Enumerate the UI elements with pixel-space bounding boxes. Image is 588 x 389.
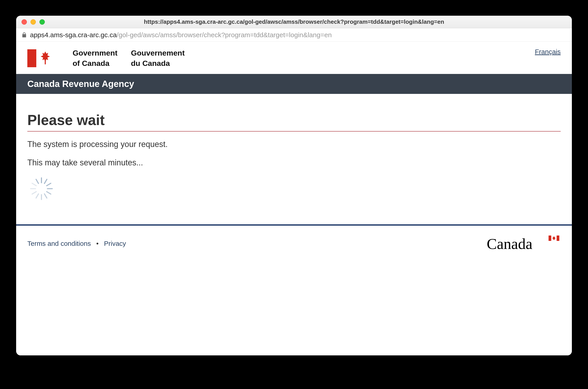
svg-line-12 <box>32 192 36 194</box>
agency-name: Canada Revenue Agency <box>27 79 134 89</box>
svg-line-8 <box>47 192 51 194</box>
address-host: apps4.ams-sga.cra-arc.gc.ca <box>30 31 117 38</box>
gov-fr-line1: Gouvernement <box>131 48 185 58</box>
footer: Terms and conditions • Privacy Canada <box>16 226 572 297</box>
gov-french: Gouvernement du Canada <box>131 48 185 68</box>
svg-text:Canada: Canada <box>487 235 532 252</box>
gov-header: Government of Canada Gouvernement du Can… <box>16 42 572 74</box>
gov-english: Government of Canada <box>73 48 117 68</box>
address-bar[interactable]: apps4.ams-sga.cra-arc.gc.ca/gol-ged/awsc… <box>16 28 572 42</box>
gov-fr-line2: du Canada <box>131 58 185 68</box>
svg-rect-2 <box>54 49 63 67</box>
language-toggle-link[interactable]: Français <box>535 48 561 56</box>
gov-en-line1: Government <box>73 48 117 58</box>
government-logo: Government of Canada Gouvernement du Can… <box>27 48 185 68</box>
lock-icon <box>22 32 27 38</box>
processing-text: The system is processing your request. <box>27 140 561 149</box>
svg-rect-3 <box>45 59 46 64</box>
window-title: https://apps4.ams-sga.cra-arc.gc.ca/gol-… <box>144 18 444 25</box>
privacy-link[interactable]: Privacy <box>104 240 126 247</box>
footer-links: Terms and conditions • Privacy <box>27 240 126 247</box>
page-title: Please wait <box>27 112 561 129</box>
svg-rect-19 <box>557 235 559 241</box>
maximize-window-button[interactable] <box>39 19 45 25</box>
svg-line-11 <box>36 194 38 198</box>
close-window-button[interactable] <box>22 19 27 25</box>
traffic-lights <box>22 19 45 25</box>
svg-line-5 <box>44 179 47 184</box>
address-path: /gol-ged/awsc/amss/browser/check?program… <box>117 31 332 38</box>
svg-line-6 <box>47 183 51 186</box>
wait-text: This may take several minutes... <box>27 158 561 167</box>
svg-line-15 <box>36 179 38 184</box>
address-text: apps4.ams-sga.cra-arc.gc.ca/gol-ged/awsc… <box>30 31 332 39</box>
title-bar: https://apps4.ams-sga.cra-arc.gc.ca/gol-… <box>16 16 572 28</box>
agency-bar: Canada Revenue Agency <box>16 74 572 94</box>
svg-rect-0 <box>27 49 36 67</box>
main-content: Please wait The system is processing you… <box>16 94 572 224</box>
svg-line-14 <box>32 183 36 186</box>
page-content: Government of Canada Gouvernement du Can… <box>16 42 572 356</box>
svg-rect-17 <box>549 235 551 241</box>
canada-flag-icon <box>27 49 63 67</box>
browser-window: https://apps4.ams-sga.cra-arc.gc.ca/gol-… <box>16 16 572 356</box>
loading-spinner-icon <box>29 176 561 202</box>
svg-line-9 <box>44 194 47 198</box>
government-text: Government of Canada Gouvernement du Can… <box>73 48 185 68</box>
terms-link[interactable]: Terms and conditions <box>27 240 91 247</box>
canada-wordmark-icon: Canada <box>487 235 561 253</box>
footer-bullet: • <box>96 240 98 247</box>
title-underline <box>27 131 561 131</box>
minimize-window-button[interactable] <box>31 19 36 25</box>
gov-en-line2: of Canada <box>73 58 117 68</box>
